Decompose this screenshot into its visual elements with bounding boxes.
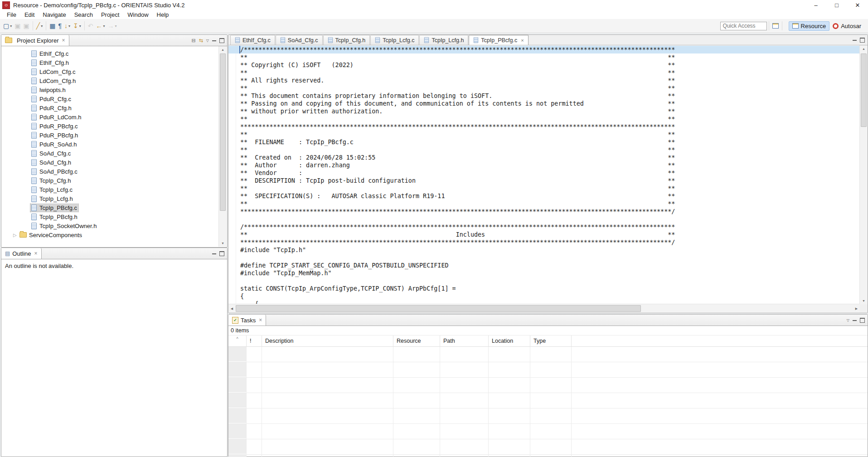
clean-build-button[interactable]: ╱▾ (35, 21, 44, 31)
project-explorer-tab[interactable]: Project Explorer × (1, 35, 69, 46)
perspective-resource-button[interactable]: Resource (789, 21, 830, 31)
tree-item-LdCom_Cfg.c[interactable]: LdCom_Cfg.c (1, 67, 219, 76)
link-with-editor-icon[interactable]: ⇆ (199, 38, 203, 43)
editor-tab-TcpIp_Cfg.h[interactable]: TcpIp_Cfg.h (323, 35, 370, 45)
maximize-view-icon[interactable] (860, 38, 865, 43)
editor-tab-EthIf_Cfg.c[interactable]: EthIf_Cfg.c (230, 35, 275, 45)
minimize-button[interactable]: – (805, 0, 826, 10)
tree-item-TcpIp_PBcfg.c[interactable]: TcpIp_PBcfg.c (1, 203, 219, 212)
tree-item-lwipopts.h[interactable]: lwipopts.h (1, 85, 219, 94)
menu-file[interactable]: File (3, 11, 20, 19)
tree-item-PduR_Cfg.h[interactable]: PduR_Cfg.h (1, 103, 219, 112)
open-perspective-icon (772, 23, 779, 29)
tasks-column-sort[interactable]: ^ (228, 335, 247, 346)
editor-tab-TcpIp_Lcfg.c[interactable]: TcpIp_Lcfg.c (370, 35, 419, 45)
view-menu-icon[interactable]: ▽ (206, 38, 209, 43)
previous-annotation-button[interactable]: ↧▾ (72, 21, 82, 31)
back-button[interactable]: ←▾ (95, 21, 106, 31)
clean-build-dropdown-icon[interactable]: ▾ (41, 24, 43, 28)
expand-icon[interactable]: ▷ (13, 233, 19, 238)
editor-vscrollbar[interactable]: ▲ ▼ (859, 45, 868, 304)
tree-item-TcpIp_Lcfg.h[interactable]: TcpIp_Lcfg.h (1, 194, 219, 203)
open-perspective-button[interactable] (771, 21, 780, 31)
scroll-up-icon[interactable]: ▲ (219, 46, 227, 53)
tree-item-PduR_PBcfg.h[interactable]: PduR_PBcfg.h (1, 131, 219, 140)
save-button[interactable]: ▣ (14, 21, 21, 31)
minimize-view-icon[interactable] (853, 40, 857, 42)
forward-button[interactable]: →▾ (107, 21, 117, 31)
scroll-down-icon[interactable]: ▼ (860, 297, 868, 304)
last-edit-location-button[interactable]: ↶ (87, 21, 94, 31)
outline-tab[interactable]: ▤ Outline × (1, 248, 42, 259)
code-line: #define TCPIP_START_SEC_CONFIG_DATA_POST… (240, 262, 860, 269)
new-wizard-dropdown-icon[interactable]: ▾ (10, 24, 12, 28)
tree-item-TcpIp_Cfg.h[interactable]: TcpIp_Cfg.h (1, 176, 219, 185)
file-icon (31, 59, 37, 66)
tasks-column-![interactable]: ! (247, 335, 262, 346)
close-tab-icon[interactable]: × (521, 38, 524, 43)
save-all-button[interactable]: ▣ (22, 21, 30, 31)
editor-hscrollbar[interactable]: ◀ ▶ (228, 304, 860, 313)
tree-item-SoAd_Cfg.c[interactable]: SoAd_Cfg.c (1, 149, 219, 158)
menu-search[interactable]: Search (70, 11, 97, 19)
close-view-icon[interactable]: × (259, 317, 262, 323)
menu-navigate[interactable]: Navigate (39, 11, 70, 19)
editor-tab-SoAd_Cfg.c[interactable]: SoAd_Cfg.c (276, 35, 323, 45)
minimize-view-icon[interactable] (212, 40, 216, 43)
tasks-column-Description[interactable]: Description (262, 335, 393, 346)
maximize-view-icon[interactable] (860, 318, 865, 323)
code-line: **** (240, 131, 860, 138)
editor-tab-TcpIp_PBcfg.c[interactable]: TcpIp_PBcfg.c× (469, 35, 528, 45)
menu-edit[interactable]: Edit (20, 11, 39, 19)
close-view-icon[interactable]: × (34, 250, 38, 257)
code-editor[interactable]: /***************************************… (228, 45, 860, 304)
next-annotation-dropdown-icon[interactable]: ▾ (68, 24, 70, 28)
scroll-up-icon[interactable]: ▲ (860, 45, 868, 52)
tree-item-TcpIp_Lcfg.c[interactable]: TcpIp_Lcfg.c (1, 185, 219, 194)
tree-item-SoAd_Cfg.h[interactable]: SoAd_Cfg.h (1, 158, 219, 167)
scroll-left-icon[interactable]: ◀ (228, 304, 235, 313)
maximize-view-icon[interactable] (219, 38, 224, 43)
view-menu-icon[interactable]: ▽ (847, 318, 849, 323)
maximize-view-icon[interactable] (219, 251, 224, 256)
scroll-right-icon[interactable]: ▶ (853, 304, 860, 313)
tasks-column-Type[interactable]: Type (530, 335, 572, 346)
close-view-icon[interactable]: × (62, 37, 65, 44)
tree-item-EthIf_Cfg.h[interactable]: EthIf_Cfg.h (1, 58, 219, 67)
tasks-column-Location[interactable]: Location (489, 335, 530, 346)
menu-help[interactable]: Help (153, 11, 173, 19)
tree-item-LdCom_Cfg.h[interactable]: LdCom_Cfg.h (1, 76, 219, 85)
tree-item-PduR_LdCom.h[interactable]: PduR_LdCom.h (1, 112, 219, 122)
menu-window[interactable]: Window (123, 11, 152, 19)
tree-item-SoAd_PBcfg.c[interactable]: SoAd_PBcfg.c (1, 167, 219, 176)
editor-tab-TcpIp_Lcfg.h[interactable]: TcpIp_Lcfg.h (419, 35, 468, 45)
previous-annotation-dropdown-icon[interactable]: ▾ (79, 24, 81, 28)
tasks-tab[interactable]: ✓ Tasks × (228, 315, 266, 326)
tasks-column-Resource[interactable]: Resource (393, 335, 440, 346)
perspective-autosar-button[interactable]: Autosar (829, 22, 864, 30)
tree-item-TcpIp_PBcfg.h[interactable]: TcpIp_PBcfg.h (1, 212, 219, 221)
menu-project[interactable]: Project (97, 11, 123, 19)
tree-item-PduR_PBcfg.c[interactable]: PduR_PBcfg.c (1, 122, 219, 131)
back-dropdown-icon[interactable]: ▾ (103, 24, 105, 28)
scroll-down-icon[interactable]: ▼ (219, 240, 227, 247)
forward-dropdown-icon[interactable]: ▾ (115, 24, 116, 28)
minimize-view-icon[interactable] (212, 253, 216, 256)
tasks-column-Path[interactable]: Path (440, 335, 489, 346)
quick-access-input[interactable]: Quick Access (720, 22, 767, 30)
close-button[interactable]: ✕ (847, 0, 868, 10)
maximize-button[interactable]: □ (826, 0, 847, 10)
next-annotation-button[interactable]: ↓▾ (63, 21, 71, 31)
new-wizard-button[interactable]: ▢▾ (2, 21, 13, 31)
show-whitespace-button[interactable]: ¶ (57, 21, 63, 31)
tree-item-EthIf_Cfg.c[interactable]: EthIf_Cfg.c (1, 49, 219, 58)
tree-item-PduR_Cfg.c[interactable]: PduR_Cfg.c (1, 94, 219, 103)
file-icon (31, 87, 37, 93)
tree-item-TcpIp_SocketOwner.h[interactable]: TcpIp_SocketOwner.h (1, 221, 219, 230)
tree-item-PduR_SoAd.h[interactable]: PduR_SoAd.h (1, 140, 219, 149)
open-table-button[interactable]: ▦ (48, 21, 56, 31)
explorer-scrollbar[interactable]: ▲ ▼ (218, 46, 227, 247)
collapse-all-icon[interactable]: ⊟ (191, 38, 195, 43)
tree-folder-ServiceComponents[interactable]: ▷ServiceComponents (1, 230, 219, 239)
minimize-view-icon[interactable] (853, 320, 857, 322)
